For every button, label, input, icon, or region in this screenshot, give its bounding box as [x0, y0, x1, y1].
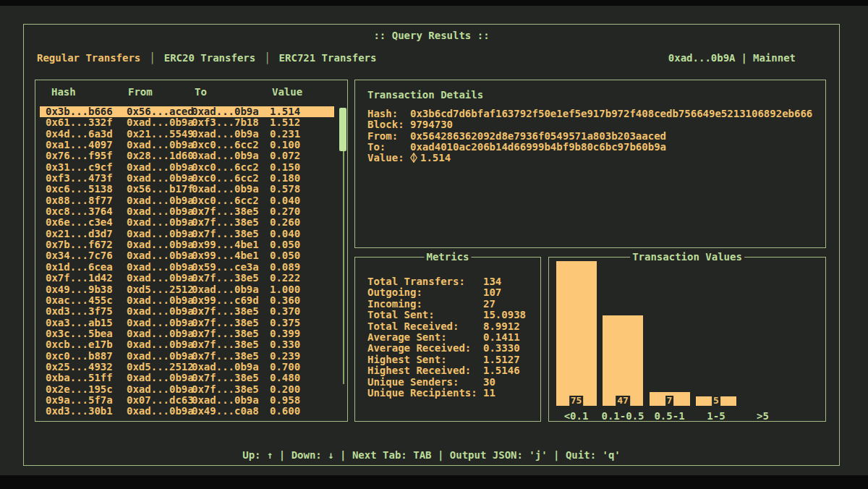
table-row[interactable]: 0xf3...473f0xad...0b9a0xc0...6cc20.180 [35, 173, 347, 184]
metric-label: Total Received: [367, 321, 483, 332]
account-separator: | [736, 52, 753, 64]
tab-erc721-transfers[interactable]: ERC721 Transfers [279, 52, 377, 64]
bar-value-label: 47 [616, 396, 630, 406]
metric-row: Highest Sent:1.5127 [367, 354, 526, 365]
metric-label: Unique Recipients: [367, 388, 483, 399]
metric-label: Total Transfers: [367, 276, 483, 287]
table-row[interactable]: 0x76...f95f0x28...1d600xad...0b9a0.072 [35, 150, 347, 161]
table-row[interactable]: 0x7b...f6720xad...0b9a0x99...4be10.050 [35, 239, 347, 250]
detail-value: 9794730 [410, 119, 453, 130]
metric-value: 134 [483, 276, 501, 287]
table-row[interactable]: 0xac...455c0xad...0b9a0x99...c69d0.360 [35, 295, 347, 306]
metric-label: Outgoing: [367, 287, 483, 298]
metric-value: 8.9912 [483, 320, 520, 332]
metric-label: Highest Received: [367, 365, 483, 376]
table-row[interactable]: 0x1d...6cea0xad...0b9a0x59...ce3a0.089 [35, 262, 347, 273]
table-row[interactable]: 0x3c...5bea0xad...0b9a0x7f...38e50.399 [35, 328, 347, 339]
bar-value-label: 7 [665, 396, 674, 406]
transaction-details-panel: Transaction Details Hash:0x3b6cd7d6bfaf1… [354, 80, 826, 248]
tab-separator: │ [264, 52, 270, 64]
transactions-panel: HashFromToValue 0x3b...b6660x56...aced0x… [35, 80, 348, 422]
table-row[interactable]: 0xd3...3f750xad...0b9a0x7f...38e50.370 [35, 306, 347, 317]
metric-label: Highest Sent: [367, 354, 483, 365]
table-row[interactable]: 0x61...332f0xad...0b9a0xf3...7b181.512 [35, 117, 347, 128]
histogram-bar [603, 315, 643, 406]
tab-regular-transfers[interactable]: Regular Transfers [37, 52, 140, 64]
table-row[interactable]: 0x4d...6a3d0x21...55490xad...0b9a0.231 [35, 129, 347, 140]
bar-value-label: 75 [569, 396, 584, 406]
detail-field: Value:1.514 [367, 153, 812, 163]
tab-erc20-transfers[interactable]: ERC20 Transfers [164, 52, 255, 64]
eth-icon [410, 153, 417, 165]
table-row[interactable]: 0xba...51ff0xad...0b9a0x7f...38e50.480 [35, 373, 347, 383]
tab-list: Regular Transfers│ERC20 Transfers│ERC721… [37, 52, 376, 64]
table-row[interactable]: 0x88...8f770xad...0b9a0xc0...6cc20.040 [35, 195, 347, 206]
table-row[interactable]: 0xc6...51380x56...b17f0xad...0b9a0.578 [35, 184, 347, 195]
table-row[interactable]: 0x7f...1d420xad...0b9a0x7f...38e50.222 [35, 273, 347, 284]
detail-label: From: [367, 131, 410, 142]
table-row[interactable]: 0x31...c9cf0xad...0b9a0xc0...6cc20.150 [35, 162, 347, 173]
detail-field: From:0x564286362092d8e7936f0549571a803b2… [367, 131, 812, 142]
column-header-to: To [195, 86, 207, 98]
table-row[interactable]: 0x49...9b380xd5...25120xad...0b9a1.000 [35, 284, 347, 295]
table-row[interactable]: 0x25...49320xd5...25120xad...0b9a0.700 [35, 362, 347, 373]
table-row[interactable]: 0xcb...e17b0xad...0b9a0x7f...38e50.330 [35, 339, 347, 350]
account-info: 0xad...0b9A|Mainnet [668, 52, 796, 64]
metric-row: Total Transfers:134 [367, 276, 526, 287]
x-axis-label: 0.1-0.5 [601, 410, 644, 422]
detail-value: 0xad4010ac206b14d66999b4bf9b80c6bc97b60b… [410, 141, 666, 153]
x-axis-label: 1-5 [707, 410, 725, 422]
metric-row: Incoming:27 [367, 299, 526, 310]
table-row[interactable]: 0x21...d3d70xad...0b9a0x7f...38e50.040 [35, 229, 347, 239]
tab-bar: Regular Transfers│ERC20 Transfers│ERC721… [37, 52, 796, 64]
metric-value: 15.0938 [483, 309, 526, 320]
table-row[interactable]: 0xc0...b8870xad...0b9a0x7f...38e50.239 [35, 351, 347, 362]
detail-label: Hash: [367, 109, 410, 119]
metric-label: Average Received: [367, 343, 483, 354]
scrollbar-thumb[interactable] [339, 108, 346, 151]
table-row[interactable]: 0x2e...195c0xad...0b9a0x7f...38e50.200 [35, 384, 347, 395]
metric-row: Highest Received:1.5146 [367, 365, 526, 376]
table-row[interactable]: 0x9a...5f7a0x07...dc630xad...0b9a0.958 [35, 395, 347, 406]
detail-value: 1.514 [420, 152, 451, 163]
histogram-bar [556, 261, 597, 406]
detail-label: Value: [367, 153, 410, 163]
metric-value: 1.5146 [483, 365, 520, 376]
page-title: :: Query Results :: [24, 30, 839, 41]
table-row[interactable]: 0xd3...30b10xad...0b9a0x49...c0a80.600 [35, 406, 347, 417]
status-bar: Up: ↑ | Down: ↓ | Next Tab: TAB | Output… [24, 449, 839, 461]
detail-field: To:0xad4010ac206b14d66999b4bf9b80c6bc97b… [367, 142, 812, 153]
tab-separator: │ [149, 52, 155, 64]
table-row[interactable]: 0xa3...ab150xad...0b9a0x7f...38e50.375 [35, 318, 347, 328]
account-address: 0xad...0b9A [668, 52, 736, 64]
metric-label: Incoming: [367, 299, 483, 310]
terminal-screen: :: Query Results :: Regular Transfers│ER… [0, 6, 868, 475]
table-row[interactable]: 0x6e...c3e40xad...0b9a0x7f...38e50.260 [35, 217, 347, 228]
table-row[interactable]: 0x34...7c760xad...0b9a0x99...4be10.050 [35, 250, 347, 261]
bar-value-label: 5 [712, 396, 720, 406]
details-title: Transaction Details [367, 89, 483, 101]
metric-value: 30 [483, 376, 495, 388]
metrics-panel: Metrics Total Transfers:134Outgoing:107I… [354, 257, 541, 422]
table-row-selected[interactable]: 0x3b...b6660x56...aced0xad...0b9a1.514 [35, 106, 347, 117]
detail-field: Hash:0x3b6cd7d6bfaf163792f50e1ef5e917b97… [367, 109, 812, 119]
metrics-list: Total Transfers:134Outgoing:107Incoming:… [367, 276, 526, 399]
column-header-hash: Hash [51, 86, 76, 98]
table-row[interactable]: 0xa1...40970xad...0b9a0xc0...6cc20.100 [35, 140, 347, 150]
chart-panel: Transaction Values 75<0.1470.1-0.570.5-1… [548, 257, 826, 422]
bar-chart: 75<0.1470.1-0.570.5-151-5>5 [549, 258, 825, 421]
table-row[interactable]: 0xc8...37640xad...0b9a0x7f...38e50.270 [35, 206, 347, 217]
network-label: Mainnet [753, 52, 796, 64]
metric-row: Unique Recipients:11 [367, 388, 526, 399]
metric-row: Average Received:0.3330 [367, 343, 526, 354]
metric-label: Unique Senders: [367, 377, 483, 388]
metric-row: Total Received:8.9912 [367, 321, 526, 332]
metric-value: 0.3330 [483, 342, 520, 354]
x-axis-label: >5 [757, 410, 769, 422]
detail-label: Block: [367, 119, 410, 130]
metric-row: Total Sent:15.0938 [367, 310, 526, 320]
metric-row: Outgoing:107 [367, 287, 526, 298]
metric-value: 107 [483, 286, 501, 298]
detail-value: 0x3b6cd7d6bfaf163792f50e1ef5e917b972f408… [410, 108, 812, 119]
app-window: :: Query Results :: Regular Transfers│ER… [23, 24, 840, 466]
